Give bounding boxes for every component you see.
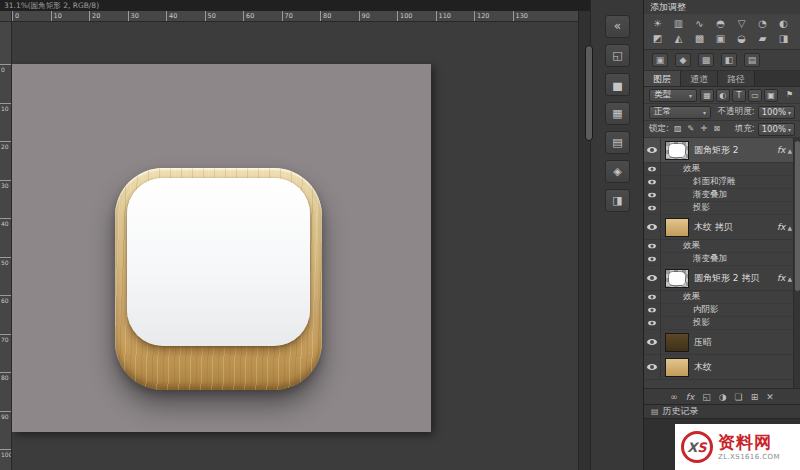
effect-row[interactable]: 投影 — [644, 317, 800, 330]
effect-row[interactable]: 渐变叠加 — [644, 189, 800, 202]
layer-thumbnail[interactable] — [665, 218, 689, 237]
effect-row[interactable]: 内阴影 — [644, 304, 800, 317]
link-layers-icon[interactable]: ∞ — [670, 389, 678, 405]
add-layer-mask-icon[interactable]: ◱ — [702, 389, 711, 405]
effects-header-row[interactable]: 效果 — [644, 163, 800, 176]
canvas-vertical-scrollbar[interactable] — [578, 11, 590, 470]
layer-effects-badge[interactable]: fx▲ — [777, 145, 792, 155]
layer-effects-badge[interactable]: fx▲ — [777, 273, 792, 283]
collapse-effects-icon[interactable]: ▲ — [787, 224, 792, 231]
filter-toggle-icon[interactable]: ⚑ — [784, 89, 795, 101]
fill-input[interactable]: 100% ▾ — [758, 123, 795, 136]
ruler-top[interactable]: 0102030405060708090100110120130 — [0, 11, 590, 22]
filter-pixel-layers-icon[interactable]: ▦ — [700, 89, 714, 102]
black-white-icon[interactable]: ◩ — [647, 31, 668, 46]
layer-thumbnail[interactable] — [665, 269, 689, 288]
history-panel-header[interactable]: ▤ 历史记录 — [644, 404, 800, 419]
texture-shortcut-icon[interactable]: ▤ — [744, 53, 760, 67]
threshold-icon[interactable]: ◨ — [773, 31, 794, 46]
curves-icon[interactable]: ∿ — [689, 16, 710, 31]
ruler-left[interactable]: 0102030405060708090100 — [0, 22, 12, 470]
color-balance-icon[interactable]: ◐ — [773, 16, 794, 31]
navigator-panel-icon[interactable]: ◱ — [605, 44, 630, 67]
filter-shape-layers-icon[interactable]: ▭ — [748, 89, 762, 102]
delete-layer-icon[interactable]: ✕ — [766, 389, 774, 405]
layers-scrollbar-thumb[interactable] — [795, 141, 800, 291]
visibility-toggle[interactable] — [644, 202, 661, 214]
info-panel-icon[interactable]: ◈ — [605, 160, 630, 183]
visibility-toggle[interactable] — [644, 240, 661, 252]
document-canvas[interactable] — [12, 64, 431, 432]
layer-row[interactable]: 圆角矩形 2fx▲ — [644, 138, 800, 163]
layer-row[interactable]: 压暗 — [644, 330, 800, 355]
layer-row[interactable]: 木纹 — [644, 355, 800, 380]
canvas-scrollbar-thumb[interactable] — [585, 45, 593, 141]
visibility-toggle[interactable] — [644, 291, 661, 303]
visibility-toggle[interactable] — [644, 330, 661, 354]
layer-thumbnail[interactable] — [665, 333, 689, 352]
photo-filter-icon[interactable]: ◭ — [668, 31, 689, 46]
layer-thumbnail[interactable] — [665, 358, 689, 377]
levels-icon[interactable]: ▥ — [668, 16, 689, 31]
lock-all-icon[interactable]: ⊠ — [711, 123, 723, 135]
lock-pixels-icon[interactable]: ✎ — [685, 123, 697, 135]
visibility-toggle[interactable] — [644, 189, 661, 201]
effects-header-row[interactable]: 效果 — [644, 240, 800, 253]
layer-effects-badge[interactable]: fx▲ — [777, 222, 792, 232]
visibility-toggle[interactable] — [644, 317, 661, 329]
lock-transparency-icon[interactable]: ▨ — [672, 123, 684, 135]
visibility-toggle[interactable] — [644, 138, 661, 162]
tab-channels[interactable]: 通道 — [681, 71, 718, 86]
eye-icon — [648, 167, 656, 172]
layer-filter-select[interactable]: 类型 ▾ — [649, 89, 697, 102]
layer-row[interactable]: 圆角矩形 2 拷贝fx▲ — [644, 266, 800, 291]
effect-row[interactable]: 投影 — [644, 202, 800, 215]
filter-smart-objects-icon[interactable]: ▣ — [764, 89, 778, 102]
histogram-panel-icon[interactable]: ▅ — [605, 73, 630, 96]
filter-type-layers-icon[interactable]: T — [732, 89, 746, 102]
color-panel-icon[interactable]: ▦ — [605, 102, 630, 125]
channel-mixer-icon[interactable]: ▩ — [689, 31, 710, 46]
pattern-shortcut-icon[interactable]: ▩ — [698, 53, 714, 67]
visibility-toggle[interactable] — [644, 304, 661, 316]
styles-shortcut-icon[interactable]: ▣ — [652, 53, 668, 67]
color-lookup-icon[interactable]: ▣ — [710, 31, 731, 46]
layer-thumbnail[interactable] — [665, 141, 689, 160]
eye-icon — [648, 193, 656, 198]
posterize-icon[interactable]: ▰ — [752, 31, 773, 46]
exposure-icon[interactable]: ◓ — [710, 16, 731, 31]
filter-adjustment-layers-icon[interactable]: ◐ — [716, 89, 730, 102]
visibility-toggle[interactable] — [644, 253, 661, 265]
visibility-toggle[interactable] — [644, 163, 661, 175]
effects-header-row[interactable]: 效果 — [644, 291, 800, 304]
collapse-effects-icon[interactable]: ▲ — [787, 275, 792, 282]
new-group-icon[interactable]: ❏ — [735, 389, 743, 405]
vibrance-icon[interactable]: ▽ — [731, 16, 752, 31]
layer-style-icon[interactable]: fx — [686, 389, 695, 405]
hue-saturation-icon[interactable]: ◔ — [752, 16, 773, 31]
effect-row[interactable]: 斜面和浮雕 — [644, 176, 800, 189]
new-layer-icon[interactable]: ⊞ — [751, 389, 759, 405]
tab-layers[interactable]: 图层 — [644, 71, 681, 86]
invert-icon[interactable]: ◒ — [731, 31, 752, 46]
visibility-toggle[interactable] — [644, 215, 661, 239]
visibility-toggle[interactable] — [644, 176, 661, 188]
gradient-shortcut-icon[interactable]: ◧ — [721, 53, 737, 67]
layer-row[interactable]: 木纹 拷贝fx▲ — [644, 215, 800, 240]
tab-paths[interactable]: 路径 — [718, 71, 755, 86]
blend-mode-select[interactable]: 正常 ▾ — [649, 106, 711, 119]
visibility-toggle[interactable] — [644, 266, 661, 290]
collapse-panels-icon[interactable]: « — [605, 15, 630, 38]
shapes-shortcut-icon[interactable]: ◆ — [675, 53, 691, 67]
properties-panel-icon[interactable]: ◨ — [605, 189, 630, 212]
visibility-toggle[interactable] — [644, 355, 661, 379]
collapse-effects-icon[interactable]: ▲ — [787, 147, 792, 154]
opacity-input[interactable]: 100% ▾ — [758, 106, 795, 119]
swatches-panel-icon[interactable]: ▤ — [605, 131, 630, 154]
layers-scrollbar[interactable] — [793, 138, 800, 388]
lock-position-icon[interactable]: ✛ — [698, 123, 710, 135]
new-adjustment-layer-icon[interactable]: ◑ — [719, 389, 727, 405]
brightness-contrast-icon[interactable]: ☀ — [647, 16, 668, 31]
canvas-area[interactable] — [12, 22, 578, 470]
effect-row[interactable]: 渐变叠加 — [644, 253, 800, 266]
